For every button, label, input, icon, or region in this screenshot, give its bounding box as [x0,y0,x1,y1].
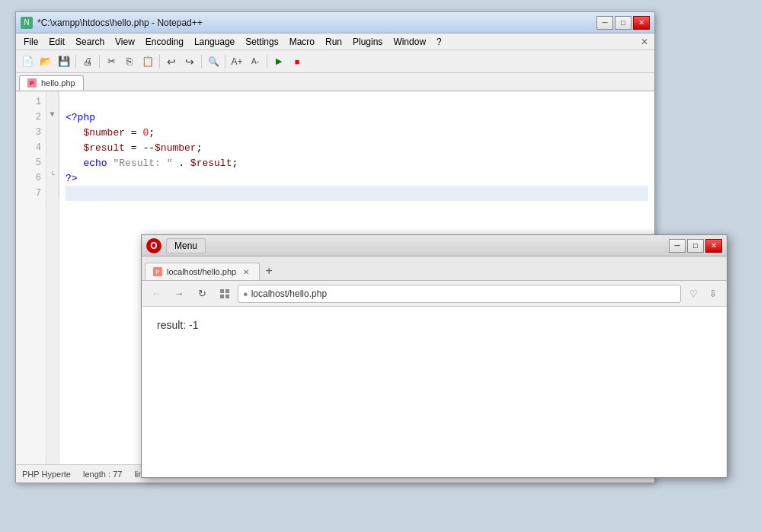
menu-run[interactable]: Run [321,35,347,49]
menu-macro[interactable]: Macro [285,35,319,49]
stop-icon: ■ [295,57,300,66]
cut-icon [107,56,116,67]
opera-menu-button[interactable]: Menu [166,238,206,253]
opera-reload-button[interactable]: ↻ [192,284,212,304]
open-file-icon [40,56,52,67]
copy-button[interactable]: ⎘ [121,53,138,70]
svg-rect-2 [220,295,224,298]
menu-search[interactable]: Search [71,35,109,49]
print-button[interactable] [79,53,96,70]
echo-keyword: echo [83,158,107,169]
opera-back-button[interactable]: ← [146,284,166,304]
code-line-5: echo "Result: " . $result; [66,155,648,170]
line-num-3: 3 [16,125,46,140]
redo-button[interactable] [181,53,198,70]
opera-content-area: result: -1 [142,307,727,477]
paste-button[interactable] [139,53,156,70]
notepad-app-icon: N [21,17,33,29]
opera-url-input[interactable] [251,288,676,299]
menu-edit[interactable]: Edit [44,35,69,49]
fold-1 [46,91,59,107]
fold-2[interactable]: ▼ [46,107,59,122]
opera-minimize-button[interactable]: ─ [669,239,686,253]
run-button[interactable]: ▶ [270,53,287,70]
menu-view[interactable]: View [110,35,139,49]
notepad-title: *C:\xampp\htdocs\hello.php - Notepad++ [37,18,596,28]
line-num-2: 2 [16,110,46,125]
save-file-button[interactable] [56,53,72,70]
menu-window[interactable]: Window [388,35,430,49]
opera-speed-dial-button[interactable] [215,284,235,304]
undo-button[interactable] [163,53,180,70]
opera-download-button[interactable]: ⇩ [704,285,722,303]
opera-tab-bar: P localhost/hello.php ✕ + [142,256,727,281]
notepad-minimize-button[interactable]: ─ [596,16,613,30]
new-file-button[interactable] [19,53,36,70]
opera-url-bar-container: ● [238,285,681,303]
code-line-2: <?php [66,110,648,125]
toolbar-separator-6 [267,55,267,68]
code-line-4: $result = --$number; [66,140,648,155]
opera-tab-favicon: P [153,267,162,276]
copy-icon: ⎘ [126,56,133,67]
notepad-titlebar: N *C:\xampp\htdocs\hello.php - Notepad++… [16,12,654,33]
menu-help[interactable]: ? [432,35,446,49]
code-line-1 [66,94,648,110]
menu-close-icon[interactable]: ✕ [638,37,651,47]
opera-new-tab-button[interactable]: + [260,262,278,280]
opera-maximize-button[interactable]: □ [687,239,704,253]
opera-tab-close-button[interactable]: ✕ [241,266,251,277]
zoom-in-icon: A+ [231,56,242,67]
notepad-maximize-button[interactable]: □ [615,16,632,30]
opera-logo-icon: O [146,238,161,253]
num-zero: 0 [142,127,149,139]
url-security-icon: ● [243,289,248,298]
toolbar-separator-4 [201,55,202,68]
page-result-text: result: -1 [157,319,198,331]
line-num-1: 1 [16,94,46,110]
opera-titlebar: O Menu ─ □ ✕ [142,235,727,256]
zoom-in-button[interactable]: A+ [229,53,245,70]
code-line-6: ?> [66,170,648,186]
opera-close-button[interactable]: ✕ [705,239,722,253]
opera-nav-toolbar: ← → ↻ ● ♡ ⇩ [142,281,727,307]
find-button[interactable] [205,53,222,70]
run-icon: ▶ [276,56,282,66]
open-file-button[interactable] [37,53,54,70]
svg-rect-0 [220,289,224,293]
menu-plugins[interactable]: Plugins [348,35,387,49]
var-result: $result [83,142,125,154]
var-number: $number [83,127,125,139]
fold-4 [46,137,59,152]
menu-file[interactable]: File [19,35,43,49]
opera-window: O Menu ─ □ ✕ P localhost/hello.php ✕ + ←… [141,234,727,478]
paste-icon [142,56,154,67]
tab-label: hello.php [41,78,75,88]
var-number-2: $number [155,142,197,154]
svg-rect-1 [225,289,229,293]
toolbar-separator-5 [225,55,225,68]
notepad-tab-hello-php[interactable]: P hello.php [19,75,84,91]
toolbar-separator-2 [99,55,100,68]
fold-7 [46,183,59,198]
print-icon [83,56,93,67]
cut-button[interactable] [103,53,120,70]
stop-button[interactable]: ■ [289,53,305,70]
fold-5 [46,152,59,167]
php-close-tag: ?> [66,173,78,184]
speed-dial-icon [219,288,230,299]
notepad-close-button[interactable]: ✕ [633,16,650,30]
zoom-out-button[interactable]: A- [247,53,264,70]
menu-language[interactable]: Language [190,35,239,49]
undo-icon [167,56,176,68]
menu-encoding[interactable]: Encoding [141,35,188,49]
line-num-4: 4 [16,140,46,155]
opera-tab-localhost[interactable]: P localhost/hello.php ✕ [145,263,260,280]
var-result-2: $result [190,158,232,169]
opera-bookmark-button[interactable]: ♡ [684,285,702,303]
menu-settings[interactable]: Settings [241,35,283,49]
find-icon [208,56,219,67]
opera-window-controls: ─ □ ✕ [669,239,722,253]
opera-forward-button[interactable]: → [169,284,189,304]
notepad-tab-bar: P hello.php [16,73,654,91]
